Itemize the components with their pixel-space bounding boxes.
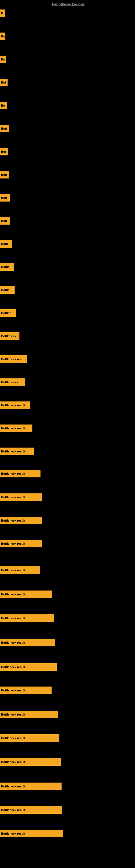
bar-label: Bo <box>1 104 5 107</box>
bar-label: Bot <box>1 81 6 84</box>
bar-label: Bottleneck result <box>1 785 25 788</box>
bar-item: Bottleneck result <box>0 401 30 409</box>
bar-item: Bottleneck resu <box>0 355 27 363</box>
bar-label: Bottleneck result <box>1 737 25 740</box>
bar-label: Bott <box>1 196 7 199</box>
bar-item: Bot <box>0 79 8 86</box>
bar-label: Bo <box>1 35 5 38</box>
bar-item: Bottleneck result <box>0 447 34 455</box>
bar-label: Bottleneck <box>1 335 16 338</box>
bar-label: Bottleneck result <box>1 617 25 620</box>
bar-item: Bottleneck result <box>0 590 52 598</box>
bar-label: Bottleneck result <box>1 450 25 453</box>
bar-label: Bottleneck result <box>1 427 25 430</box>
bar-item: Bo <box>0 56 6 63</box>
bar-label: Bott <box>1 127 7 130</box>
bar-item: B <box>0 9 5 17</box>
bar-label: Bott <box>1 219 7 222</box>
bar-label: Bottleneck result <box>1 568 25 572</box>
bar-label: Bottleneck result <box>1 404 25 407</box>
bar-item: Bottleneck result <box>0 830 63 837</box>
bar-item: Bottleneck result <box>0 711 58 718</box>
bar-item: Bottleneck result <box>0 663 57 671</box>
bar-label: Bottle <box>1 265 9 269</box>
bar-label: Bot <box>1 150 6 153</box>
bar-item: Bottleneck result <box>0 758 61 766</box>
bar-label: Bottleneck result <box>1 542 25 545</box>
bar-label: Bottleneck resu <box>1 358 24 361</box>
bar-label: Bottleneck result <box>1 641 25 644</box>
bar-item: Bottleneck result <box>0 425 32 432</box>
bar-item: Bottleneck result <box>0 566 40 574</box>
bar-label: Bottlen <box>1 311 11 315</box>
bar-label: Bottle <box>1 288 9 291</box>
bar-label: Bottleneck result <box>1 593 25 596</box>
bar-label: Bottleneck result <box>1 832 25 835</box>
bar-item: Bottleneck result <box>0 734 59 742</box>
bar-label: Bottleneck result <box>1 713 25 716</box>
bar-item: Bottleneck result <box>0 493 42 501</box>
bar-item: Bott <box>0 217 10 225</box>
bar-label: Bott <box>1 173 7 176</box>
bar-item: Bottleneck result <box>0 614 54 622</box>
bar-label: Bottleneck result <box>1 808 25 812</box>
bar-item: Bo <box>0 33 5 40</box>
bar-label: Bottleneck result <box>1 472 25 475</box>
bar-item: Bottle <box>0 263 14 271</box>
bar-label: Bottleneck r <box>1 380 18 384</box>
bar-item: Bot <box>0 148 8 155</box>
bar-item: Bottleneck result <box>0 470 41 477</box>
bar-item: Bott <box>0 125 9 132</box>
bar-item: Bott <box>0 171 9 179</box>
bar-label: Bottl <box>1 242 8 246</box>
bar-item: Bottlen <box>0 309 16 317</box>
bar-item: Bottleneck <box>0 332 19 340</box>
bar-item: Bottleneck result <box>0 806 62 814</box>
bar-item: Bottleneck r <box>0 378 26 386</box>
site-title: TheBottlenecker.com <box>50 2 85 6</box>
bar-label: Bottleneck result <box>1 519 25 522</box>
bar-label: Bo <box>1 58 5 61</box>
bar-item: Bottleneck result <box>0 686 52 694</box>
bar-label: Bottleneck result <box>1 665 25 669</box>
bar-label: Bottleneck result <box>1 760 25 764</box>
bar-item: Bottle <box>0 286 14 294</box>
bar-label: B <box>1 12 3 15</box>
bar-item: Bottleneck result <box>0 517 42 524</box>
bar-item: Bott <box>0 194 10 202</box>
bar-item: Bottleneck result <box>0 782 61 790</box>
bar-item: Bo <box>0 102 7 109</box>
bar-label: Bottleneck result <box>1 496 25 499</box>
bar-item: Bottleneck result <box>0 540 42 547</box>
bar-item: Bottl <box>0 240 12 248</box>
bar-label: Bottleneck result <box>1 689 25 692</box>
bar-item: Bottleneck result <box>0 639 55 646</box>
